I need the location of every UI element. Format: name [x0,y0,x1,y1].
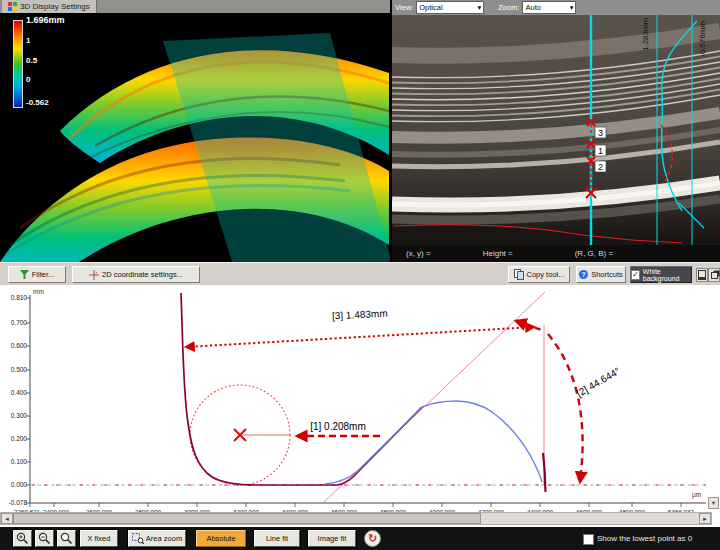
layout-button-2[interactable] [708,268,720,282]
chart-toolbar: Filter... 2D coordinate settings... Copy… [0,262,720,286]
view-label: View: [395,3,413,12]
scroll-right-arrow[interactable]: ► [699,513,711,524]
x-fixed-button[interactable]: X fixed [80,530,118,547]
white-background-toggle[interactable]: ✓ White background [630,266,692,283]
copy-tool-label: Copy tool... [527,270,565,279]
x-fixed-label: X fixed [88,534,111,543]
fit-construction-lines [190,292,545,503]
colorbar-tick-min: -0.562 [26,98,49,107]
filter-icon [20,270,29,279]
line-fit-button[interactable]: Line fit [254,530,300,547]
profile-chart: mm µm 0.810 0.700 0.600 0.500 0.400 0.30… [0,285,720,517]
zoom-out-button[interactable] [35,530,54,547]
svg-text:0.500: 0.500 [11,366,28,373]
coord-settings-label: 2D coordinate settings... [102,270,183,279]
image-fit-label: Image fit [318,534,347,543]
dimension-3-distance: [3] 1.483mm [186,308,534,347]
3d-surface-render [0,13,390,262]
profile-curve-blue [325,401,542,484]
refresh-button[interactable]: ↻ [364,530,381,547]
panel-3d-view: 3D Display Settings [0,0,390,262]
colorbar-tick-1: 1 [26,36,30,45]
scroll-down-arrow[interactable]: ▼ [708,497,719,509]
layout-button-1[interactable] [696,268,708,282]
area-zoom-button[interactable]: Area zoom [128,530,186,547]
scroll-left-arrow[interactable]: ◄ [1,513,13,524]
y-axis-unit: mm [33,288,44,295]
filter-label: Filter... [32,270,55,279]
svg-text:3: 3 [598,128,603,138]
chart-controls-bar: X fixed Area zoom Absolute Line fit Imag… [0,527,720,550]
checkmark-icon: ✓ [632,271,639,279]
view-dropdown-value: Optical [419,3,442,12]
scrollbar-thumb[interactable] [13,513,481,524]
colorbar-max-label: 1.696mm [26,15,65,25]
zoom-select-button[interactable] [57,530,76,547]
profile-curve-dark-red-right-edge [543,453,546,492]
shortcuts-label: Shortcuts [591,270,623,279]
x-axis-unit: µm [692,491,701,499]
view-dropdown[interactable]: Optical ▾ [416,1,484,14]
status-rgb: (R, G, B) = [575,249,613,258]
image-fit-button[interactable]: Image fit [308,530,356,547]
window-restore-icon [711,272,718,279]
zoom-dropdown[interactable]: Auto ▾ [522,1,576,14]
chevron-down-icon: ▾ [570,3,574,12]
optical-image: 3 1 2 1.283mm -0.576mm [392,15,720,245]
area-zoom-label: Area zoom [146,534,182,543]
copy-tool-button[interactable]: Copy tool... [508,266,570,283]
dimension-label-0576: -0.576mm [698,21,707,57]
3d-render-area[interactable]: 1.696mm 1 0.5 0 -0.562 [0,13,390,262]
svg-text:0.300: 0.300 [11,412,28,419]
optical-statusbar: (x, y) = Height = (R, G, B) = [392,245,720,262]
svg-text:-0.078: -0.078 [9,499,28,506]
svg-text:0.100: 0.100 [11,458,28,465]
svg-text:0.000: 0.000 [11,481,28,488]
magnifier-icon [60,532,73,545]
line-fit-label: Line fit [266,534,288,543]
optical-image-area[interactable]: 3 1 2 1.283mm -0.576mm [392,15,720,245]
shortcuts-button[interactable]: ? Shortcuts [576,266,626,283]
show-lowest-checkbox[interactable] [583,534,594,545]
zoom-in-icon [16,532,29,545]
zoom-label: Zoom: [498,3,519,12]
tab-3d-label: 3D Display Settings [20,2,90,11]
absolute-button[interactable]: Absolute [196,530,246,547]
refresh-icon: ↻ [368,532,377,545]
svg-text:[3] 1.483mm: [3] 1.483mm [332,308,388,322]
tab-3d-display-settings[interactable]: 3D Display Settings [2,0,97,13]
optical-toolbar: View: Optical ▾ Zoom: Auto ▾ [392,0,720,15]
y-axis-tick-labels: 0.810 0.700 0.600 0.500 0.400 0.300 0.20… [9,294,28,506]
question-icon: ? [579,270,588,279]
profile-chart-panel: mm µm 0.810 0.700 0.600 0.500 0.400 0.30… [0,285,720,527]
profile-curve-dark-red [181,293,422,485]
chevron-down-icon: ▾ [477,3,481,12]
height-colorbar [13,20,23,108]
colorbar-tick-0-5: 0.5 [26,56,37,65]
measurement-number-labels: 3 1 2 [595,127,606,172]
svg-text:0.600: 0.600 [11,342,28,349]
chart-horizontal-scrollbar[interactable]: ◄ ► [0,512,712,525]
status-xy: (x, y) = [406,249,431,258]
filter-button[interactable]: Filter... [8,266,66,283]
status-height: Height = [483,249,513,258]
copy-icon [514,269,524,280]
coordinate-axes-icon [89,270,99,280]
white-background-label: White background [643,268,691,282]
panel-optical-view: View: Optical ▾ Zoom: Auto ▾ [392,0,720,262]
svg-text:0.400: 0.400 [11,389,28,396]
colorbar-tick-0: 0 [26,75,30,84]
2d-coordinate-settings-button[interactable]: 2D coordinate settings... [72,266,200,283]
absolute-label: Absolute [206,534,235,543]
zoom-dropdown-value: Auto [525,3,540,12]
svg-text:1: 1 [598,146,603,156]
chart-axes [26,295,706,507]
3d-tab-bar: 3D Display Settings [0,0,390,13]
svg-text:0.700: 0.700 [11,319,28,326]
show-lowest-label: Show the lowest point as 0 [597,534,692,543]
dimension-1-radius: [1] 0.208mm [297,421,380,436]
zoom-in-button[interactable] [13,530,32,547]
measurement-app-window: 3D Display Settings [0,0,720,550]
checkbox-checked: ✓ [631,270,640,280]
3d-settings-icon [8,2,17,11]
